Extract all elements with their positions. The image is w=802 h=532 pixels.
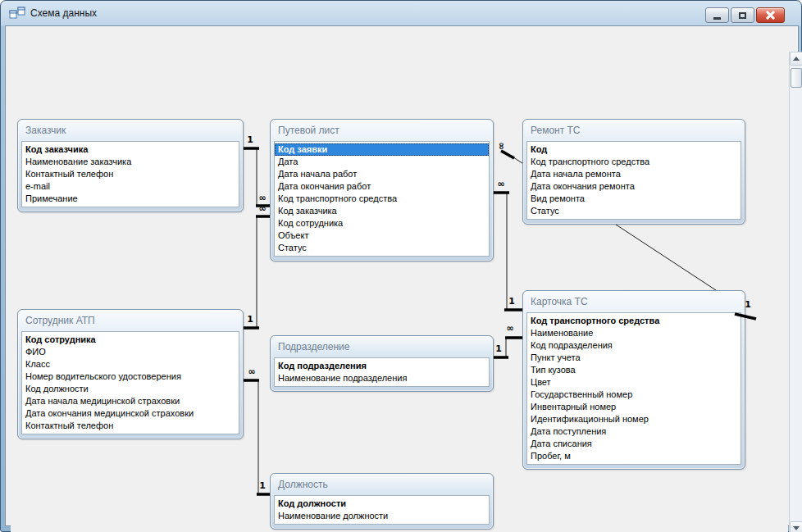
field-row[interactable]: Дата начала медицинской страховки [22, 395, 239, 407]
field-row[interactable]: Дата окончания работ [275, 180, 489, 193]
tables-layer: ЗаказчикКод заказчикаНаименование заказч… [11, 52, 788, 532]
field-row[interactable]: Пробег, м [527, 450, 740, 462]
table-putevoy-list[interactable]: Путевой листКод заявкиДатаДата начала ра… [270, 119, 494, 261]
field-row[interactable]: Код подразделения [527, 339, 740, 352]
table-field-list: Код сотрудникаФИОКлассНомер водительског… [21, 331, 239, 434]
minimize-button[interactable] [705, 7, 729, 23]
field-row[interactable]: Класс [22, 358, 239, 371]
field-row[interactable]: Примечание [22, 193, 239, 205]
field-row[interactable]: Дата списания [527, 438, 740, 450]
field-row[interactable]: Дата окончания ремонта [527, 180, 740, 193]
field-row[interactable]: Код сотрудника [275, 217, 489, 230]
restore-icon [739, 12, 746, 19]
table-field-list: Код транспортного средстваНаименованиеКо… [526, 312, 741, 465]
table-title[interactable]: Заказчик [21, 120, 239, 141]
field-row[interactable]: Статус [275, 242, 489, 254]
field-row[interactable]: ФИО [22, 346, 239, 358]
field-row[interactable]: Код транспортного средства [527, 156, 740, 168]
field-row[interactable]: Код заказчика [22, 143, 239, 156]
minimize-icon [713, 17, 721, 20]
table-title[interactable]: Сотрудник АТП [21, 310, 239, 331]
vertical-scroll-thumb[interactable] [791, 68, 802, 88]
table-remont-ts[interactable]: Ремонт ТСКодКод транспортного средстваДа… [522, 119, 745, 225]
table-dolzhnost[interactable]: ДолжностьКод должностиНаименование должн… [270, 473, 494, 530]
field-row[interactable]: Наименование подразделения [275, 372, 489, 384]
table-title[interactable]: Путевой лист [274, 120, 490, 141]
field-row[interactable]: Код подразделения [275, 360, 489, 372]
field-row[interactable]: Объект [275, 230, 489, 242]
relationships-window: Схема данных ЗаказчикКод заказчикаНаимен… [0, 0, 802, 532]
field-row[interactable]: Дата начала работ [275, 168, 489, 180]
vertical-scrollbar[interactable] [789, 52, 802, 532]
field-row[interactable]: Дата [275, 156, 489, 168]
maximize-button[interactable] [731, 7, 754, 23]
table-title[interactable]: Подразделение [274, 336, 490, 357]
table-kartochka-ts[interactable]: Карточка ТСКод транспортного средстваНаи… [522, 290, 745, 470]
field-row[interactable]: Тип кузова [527, 364, 740, 376]
arrow-up-icon [793, 57, 800, 61]
close-icon [766, 11, 775, 20]
close-button[interactable] [756, 7, 785, 23]
field-row[interactable]: Статус [527, 205, 740, 217]
table-field-list: Код подразделенияНаименование подразделе… [274, 357, 490, 387]
table-zakazchik[interactable]: ЗаказчикКод заказчикаНаименование заказч… [17, 119, 244, 212]
table-title[interactable]: Должность [274, 474, 490, 495]
field-row[interactable]: Идентификационный номер [527, 413, 740, 425]
table-field-list: Код заказчикаНаименование заказчикаКонта… [21, 141, 239, 207]
table-title[interactable]: Карточка ТС [526, 291, 741, 312]
diagram-canvas[interactable]: ЗаказчикКод заказчикаНаименование заказч… [11, 52, 788, 532]
scroll-down-button[interactable] [790, 521, 802, 532]
field-row[interactable]: Наименование заказчика [22, 156, 239, 168]
field-row[interactable]: Дата начала ремонта [527, 168, 740, 180]
field-row[interactable]: Наименование [527, 327, 740, 339]
field-row[interactable]: Контактный телефон [22, 168, 239, 180]
window-title: Схема данных [30, 7, 97, 19]
table-field-list: Код заявкиДатаДата начала работДата окон… [274, 141, 490, 257]
table-field-list: Код должностиНаименование должности [274, 495, 490, 525]
field-row[interactable]: e-mail [22, 180, 239, 193]
field-row[interactable]: Код транспортного средства [527, 315, 740, 327]
table-title[interactable]: Ремонт ТС [526, 120, 741, 141]
field-row[interactable]: Государственный номер [527, 389, 740, 401]
field-row[interactable]: Дата окончания медицинской страховки [22, 407, 239, 420]
field-row[interactable]: Номер водительского удостоверения [22, 371, 239, 383]
client-area: ЗаказчикКод заказчикаНаименование заказч… [5, 25, 799, 526]
field-row[interactable]: Вид ремонта [527, 193, 740, 205]
field-row[interactable]: Код сотрудника [22, 334, 239, 346]
field-row[interactable]: Пункт учета [527, 352, 740, 364]
field-row[interactable]: Код должности [22, 383, 239, 395]
field-row[interactable]: Контактный телефон [22, 420, 239, 432]
table-sotrudnik-atp[interactable]: Сотрудник АТПКод сотрудникаФИОКлассНомер… [17, 309, 244, 439]
table-field-list: КодКод транспортного средстваДата начала… [526, 141, 741, 220]
titlebar[interactable]: Схема данных [1, 1, 801, 25]
arrow-down-icon [793, 526, 800, 530]
field-row[interactable]: Дата поступления [527, 425, 740, 438]
field-row[interactable]: Цвет [527, 376, 740, 389]
field-row[interactable]: Код должности [275, 498, 489, 510]
table-podrazdelenie[interactable]: ПодразделениеКод подразделенияНаименован… [270, 335, 494, 392]
field-row[interactable]: Код заявки [275, 143, 489, 156]
scroll-up-button[interactable] [790, 52, 802, 66]
field-row[interactable]: Наименование должности [275, 510, 489, 522]
relationships-icon [9, 7, 25, 20]
field-row[interactable]: Инвентарный номер [527, 401, 740, 413]
field-row[interactable]: Код заказчика [275, 205, 489, 217]
field-row[interactable]: Код транспортного средства [275, 193, 489, 205]
field-row[interactable]: Код [527, 143, 740, 156]
window-controls [705, 7, 785, 23]
